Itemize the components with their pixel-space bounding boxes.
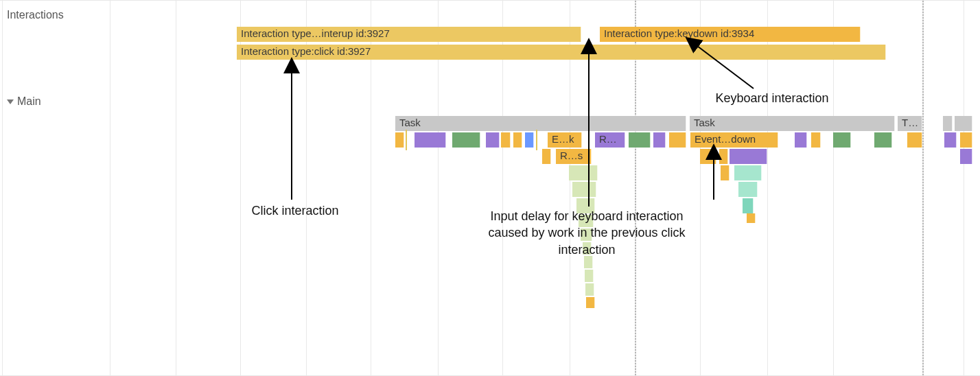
interaction-click[interactable]: Interaction type:click id:3927 bbox=[237, 45, 886, 60]
track-label-main[interactable]: Main bbox=[7, 95, 41, 108]
annotation-keyboard: Keyboard interaction bbox=[693, 90, 851, 106]
event-down[interactable]: Event…down bbox=[690, 132, 778, 148]
event-k[interactable]: E…k bbox=[548, 132, 582, 148]
flame-slice[interactable] bbox=[795, 132, 807, 148]
flame-slice[interactable] bbox=[960, 149, 972, 164]
task-block[interactable]: Task bbox=[395, 116, 686, 131]
r-s-block[interactable]: R…s bbox=[556, 149, 592, 164]
flame-slice[interactable] bbox=[743, 198, 754, 213]
flame-slice[interactable] bbox=[585, 270, 594, 282]
flame-slice[interactable] bbox=[629, 132, 651, 148]
flame-slice[interactable] bbox=[874, 132, 892, 148]
interaction-pointerup[interactable]: Interaction type…interup id:3927 bbox=[237, 27, 581, 42]
flame-slice[interactable] bbox=[513, 132, 522, 148]
flame-slice[interactable] bbox=[719, 149, 728, 164]
flame-slice[interactable] bbox=[833, 132, 851, 148]
marker-hairline bbox=[406, 130, 407, 150]
flame-slice[interactable] bbox=[501, 132, 511, 148]
task-block[interactable]: Task bbox=[690, 116, 895, 131]
flame-slice[interactable] bbox=[738, 182, 758, 197]
flame-slice[interactable] bbox=[415, 132, 446, 148]
flame-slice[interactable] bbox=[572, 182, 596, 197]
flame-slice[interactable] bbox=[669, 132, 686, 148]
task-block[interactable] bbox=[960, 116, 972, 131]
flame-slice[interactable] bbox=[944, 132, 957, 148]
flame-slice[interactable] bbox=[721, 165, 730, 180]
annotation-click: Click interaction bbox=[226, 202, 364, 219]
r-block[interactable]: R… bbox=[595, 132, 625, 148]
interaction-keydown[interactable]: Interaction type:keydown id:3934 bbox=[600, 27, 861, 42]
flame-slice[interactable] bbox=[907, 132, 922, 148]
flame-slice[interactable] bbox=[586, 297, 595, 308]
flame-slice[interactable] bbox=[486, 132, 500, 148]
flame-slice[interactable] bbox=[395, 132, 404, 148]
flame-slice[interactable] bbox=[569, 165, 598, 180]
flame-slice[interactable] bbox=[700, 149, 716, 164]
task-block[interactable]: T… bbox=[898, 116, 922, 131]
marker-hairline bbox=[525, 132, 534, 148]
flame-slice[interactable] bbox=[542, 149, 551, 164]
flame-slice[interactable] bbox=[747, 213, 756, 223]
flame-slice[interactable] bbox=[653, 132, 666, 148]
track-main-text: Main bbox=[17, 95, 41, 107]
flame-slice[interactable] bbox=[960, 132, 972, 148]
flame-slice[interactable] bbox=[585, 283, 594, 296]
track-label-interactions[interactable]: Interactions bbox=[7, 9, 64, 21]
flame-slice[interactable] bbox=[734, 165, 762, 180]
task-block[interactable] bbox=[943, 116, 953, 131]
flame-slice[interactable] bbox=[730, 149, 767, 164]
marker-hairline bbox=[536, 130, 537, 150]
flame-slice[interactable] bbox=[452, 132, 480, 148]
flame-slice[interactable] bbox=[811, 132, 821, 148]
disclosure-triangle-icon[interactable] bbox=[7, 99, 14, 104]
annotation-input-delay: Input delay for keyboard interaction cau… bbox=[480, 208, 693, 258]
performance-panel[interactable]: Interactions Main Interaction type…inter… bbox=[0, 0, 980, 376]
